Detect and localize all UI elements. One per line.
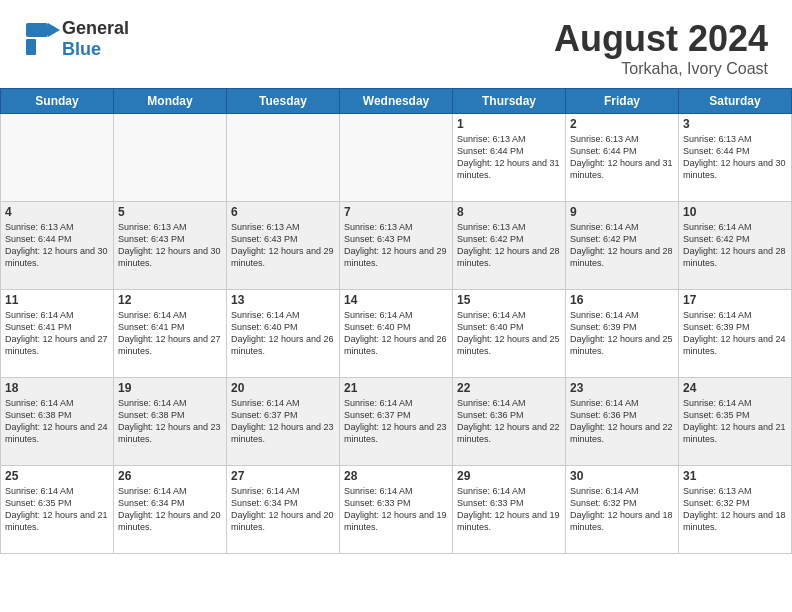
day-info: Sunrise: 6:14 AM Sunset: 6:37 PM Dayligh… (344, 397, 448, 446)
day-number: 11 (5, 293, 109, 307)
day-number: 1 (457, 117, 561, 131)
day-info: Sunrise: 6:14 AM Sunset: 6:40 PM Dayligh… (457, 309, 561, 358)
day-cell: 21 Sunrise: 6:14 AM Sunset: 6:37 PM Dayl… (340, 378, 453, 466)
sunset-label: Sunset: 6:32 PM (683, 498, 750, 508)
day-info: Sunrise: 6:14 AM Sunset: 6:38 PM Dayligh… (5, 397, 109, 446)
sunrise-label: Sunrise: 6:13 AM (683, 486, 752, 496)
sunrise-label: Sunrise: 6:13 AM (457, 222, 526, 232)
sunrise-label: Sunrise: 6:13 AM (5, 222, 74, 232)
day-cell (1, 114, 114, 202)
sunrise-label: Sunrise: 6:14 AM (570, 398, 639, 408)
day-info: Sunrise: 6:13 AM Sunset: 6:44 PM Dayligh… (570, 133, 674, 182)
day-cell: 12 Sunrise: 6:14 AM Sunset: 6:41 PM Dayl… (114, 290, 227, 378)
sunset-label: Sunset: 6:34 PM (118, 498, 185, 508)
sunset-label: Sunset: 6:35 PM (5, 498, 72, 508)
day-number: 6 (231, 205, 335, 219)
daylight-label: Daylight: 12 hours and 24 minutes. (5, 422, 108, 444)
day-number: 25 (5, 469, 109, 483)
header: General Blue August 2024 Torkaha, Ivory … (0, 0, 792, 88)
day-number: 13 (231, 293, 335, 307)
day-cell: 3 Sunrise: 6:13 AM Sunset: 6:44 PM Dayli… (679, 114, 792, 202)
daylight-label: Daylight: 12 hours and 23 minutes. (231, 422, 334, 444)
sunset-label: Sunset: 6:40 PM (457, 322, 524, 332)
sunset-label: Sunset: 6:40 PM (231, 322, 298, 332)
day-number: 20 (231, 381, 335, 395)
daylight-label: Daylight: 12 hours and 28 minutes. (683, 246, 786, 268)
header-sunday: Sunday (1, 89, 114, 114)
sunrise-label: Sunrise: 6:14 AM (344, 486, 413, 496)
day-cell: 29 Sunrise: 6:14 AM Sunset: 6:33 PM Dayl… (453, 466, 566, 554)
day-cell: 22 Sunrise: 6:14 AM Sunset: 6:36 PM Dayl… (453, 378, 566, 466)
logo-blue: Blue (62, 39, 129, 60)
daylight-label: Daylight: 12 hours and 21 minutes. (683, 422, 786, 444)
sunrise-label: Sunrise: 6:14 AM (5, 486, 74, 496)
sunset-label: Sunset: 6:36 PM (457, 410, 524, 420)
logo-icon (24, 21, 60, 57)
sunrise-label: Sunrise: 6:14 AM (118, 398, 187, 408)
day-cell (340, 114, 453, 202)
sunrise-label: Sunrise: 6:14 AM (683, 222, 752, 232)
day-info: Sunrise: 6:13 AM Sunset: 6:42 PM Dayligh… (457, 221, 561, 270)
logo-text: General Blue (62, 18, 129, 60)
daylight-label: Daylight: 12 hours and 28 minutes. (457, 246, 560, 268)
day-info: Sunrise: 6:14 AM Sunset: 6:33 PM Dayligh… (457, 485, 561, 534)
day-info: Sunrise: 6:14 AM Sunset: 6:35 PM Dayligh… (683, 397, 787, 446)
sunset-label: Sunset: 6:36 PM (570, 410, 637, 420)
sunrise-label: Sunrise: 6:14 AM (344, 310, 413, 320)
day-cell: 4 Sunrise: 6:13 AM Sunset: 6:44 PM Dayli… (1, 202, 114, 290)
sunset-label: Sunset: 6:42 PM (683, 234, 750, 244)
sunrise-label: Sunrise: 6:14 AM (5, 310, 74, 320)
sunrise-label: Sunrise: 6:14 AM (118, 486, 187, 496)
calendar-week-4: 25 Sunrise: 6:14 AM Sunset: 6:35 PM Dayl… (1, 466, 792, 554)
sunrise-label: Sunrise: 6:14 AM (231, 310, 300, 320)
svg-rect-0 (26, 23, 48, 37)
sunset-label: Sunset: 6:44 PM (457, 146, 524, 156)
sunrise-label: Sunrise: 6:14 AM (231, 486, 300, 496)
day-info: Sunrise: 6:14 AM Sunset: 6:35 PM Dayligh… (5, 485, 109, 534)
sunset-label: Sunset: 6:44 PM (570, 146, 637, 156)
day-info: Sunrise: 6:14 AM Sunset: 6:42 PM Dayligh… (570, 221, 674, 270)
day-cell (227, 114, 340, 202)
sunset-label: Sunset: 6:37 PM (231, 410, 298, 420)
day-cell: 10 Sunrise: 6:14 AM Sunset: 6:42 PM Dayl… (679, 202, 792, 290)
day-number: 28 (344, 469, 448, 483)
day-info: Sunrise: 6:13 AM Sunset: 6:44 PM Dayligh… (683, 133, 787, 182)
logo-general: General (62, 18, 129, 39)
sunrise-label: Sunrise: 6:14 AM (570, 222, 639, 232)
daylight-label: Daylight: 12 hours and 26 minutes. (231, 334, 334, 356)
sunrise-label: Sunrise: 6:14 AM (570, 310, 639, 320)
header-tuesday: Tuesday (227, 89, 340, 114)
day-number: 10 (683, 205, 787, 219)
day-info: Sunrise: 6:14 AM Sunset: 6:41 PM Dayligh… (5, 309, 109, 358)
day-number: 3 (683, 117, 787, 131)
sunrise-label: Sunrise: 6:14 AM (457, 310, 526, 320)
day-cell (114, 114, 227, 202)
sunset-label: Sunset: 6:42 PM (457, 234, 524, 244)
day-number: 4 (5, 205, 109, 219)
sunset-label: Sunset: 6:32 PM (570, 498, 637, 508)
svg-marker-1 (48, 23, 60, 37)
daylight-label: Daylight: 12 hours and 24 minutes. (683, 334, 786, 356)
day-cell: 28 Sunrise: 6:14 AM Sunset: 6:33 PM Dayl… (340, 466, 453, 554)
location: Torkaha, Ivory Coast (554, 60, 768, 78)
day-number: 22 (457, 381, 561, 395)
daylight-label: Daylight: 12 hours and 29 minutes. (231, 246, 334, 268)
sunrise-label: Sunrise: 6:14 AM (344, 398, 413, 408)
day-info: Sunrise: 6:13 AM Sunset: 6:32 PM Dayligh… (683, 485, 787, 534)
day-cell: 20 Sunrise: 6:14 AM Sunset: 6:37 PM Dayl… (227, 378, 340, 466)
sunrise-label: Sunrise: 6:13 AM (231, 222, 300, 232)
day-cell: 6 Sunrise: 6:13 AM Sunset: 6:43 PM Dayli… (227, 202, 340, 290)
calendar-week-2: 11 Sunrise: 6:14 AM Sunset: 6:41 PM Dayl… (1, 290, 792, 378)
day-number: 23 (570, 381, 674, 395)
sunrise-label: Sunrise: 6:13 AM (344, 222, 413, 232)
day-number: 2 (570, 117, 674, 131)
daylight-label: Daylight: 12 hours and 30 minutes. (5, 246, 108, 268)
daylight-label: Daylight: 12 hours and 27 minutes. (5, 334, 108, 356)
sunrise-label: Sunrise: 6:14 AM (118, 310, 187, 320)
day-number: 29 (457, 469, 561, 483)
daylight-label: Daylight: 12 hours and 21 minutes. (5, 510, 108, 532)
day-number: 16 (570, 293, 674, 307)
daylight-label: Daylight: 12 hours and 18 minutes. (570, 510, 673, 532)
sunrise-label: Sunrise: 6:14 AM (683, 398, 752, 408)
daylight-label: Daylight: 12 hours and 23 minutes. (118, 422, 221, 444)
